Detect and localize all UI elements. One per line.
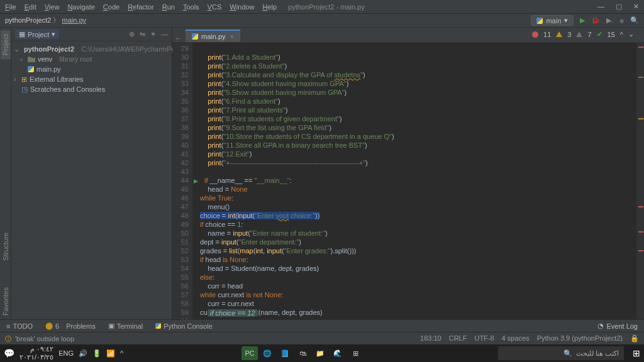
typo-icon: ✔ [597,30,602,38]
gutter[interactable]: 2930313233343536373839404142434445464748… [172,43,192,319]
app-explorer: 📁 [312,346,328,360]
collapse-icon[interactable]: ⇋ [140,30,145,38]
python-file-icon [28,66,34,72]
app-taskview: ⊞ [347,346,364,360]
line-sep[interactable]: CRLF [449,334,467,343]
weak-warning-icon [576,31,582,37]
interpreter[interactable]: Python 3.9 (pythonProject2) [537,334,623,343]
bottom-toolbar[interactable]: ≡TODO ⬤6 Problems ▣Terminal Python Conso… [0,319,644,332]
app-edge: 🌊 [330,346,346,360]
tab-prev-icon[interactable]: ← [175,35,182,42]
python-icon [536,18,543,24]
taskbar-search[interactable]: اكتب هنا للبحث🔍 [498,346,624,360]
navbar: pythonProject2 〉 main.py main ▾ ▶ 🐞 ▶. ■… [0,14,644,28]
run-config-selector[interactable]: main ▾ [531,15,574,26]
run-context-icon[interactable]: ▶. [606,16,613,25]
menu-edit[interactable]: Edit [25,3,36,11]
menu-vcs[interactable]: VCS [208,3,222,11]
app-word: 📘 [277,346,293,360]
code-area[interactable]: 2930313233343536373839404142434445464748… [172,43,644,319]
gear-icon[interactable]: ✶ [150,30,156,38]
tab-terminal: ▣Terminal [102,322,150,330]
main-menu[interactable]: FileEditViewNavigateCodeRefactorRunTools… [5,3,277,11]
menu-window[interactable]: Window [230,3,254,11]
app-store: 🛍 [294,346,311,360]
menu-run[interactable]: Run [162,3,175,11]
menu-refactor[interactable]: Refactor [128,3,154,11]
app-chrome: 🌐 [259,346,275,360]
source[interactable]: print("1.Add a Student") print("2.delete… [192,43,636,319]
start-icon[interactable]: ⊞ [633,348,640,358]
hide-icon[interactable]: — [161,30,168,38]
maximize-icon[interactable]: ▢ [616,3,622,11]
wifi-icon[interactable]: 📶 [106,349,115,358]
clock[interactable]: ٠٩:٤٢ م٢٠٢١/٠٣/٢٥ [19,345,53,361]
error-icon [532,31,538,38]
chevron-down-icon[interactable]: ⌄ [628,30,634,38]
editor: ← main.py × 11 3 7 ✔15 ^⌄ 29303132333435… [172,28,644,319]
run-icon[interactable]: ▶ [580,16,585,25]
status-message[interactable]: !'break' outside loop [5,335,74,343]
project-view-selector[interactable]: ▦ Project ▾ [15,30,59,39]
chevron-down-icon: ▾ [52,30,55,38]
rail-favorites[interactable]: Favorites [1,283,11,319]
project-panel: ▦ Project ▾ ⊕ ⇋ ✶ — ⌄pythonProject2 C:\U… [11,28,172,319]
libs-icon: ⊞ [21,74,27,84]
chevron-down-icon: ▾ [564,16,568,25]
menu-navigate[interactable]: Navigate [67,3,94,11]
tab-problems: ⬤6 Problems [39,322,102,330]
python-icon [192,33,198,40]
menu-code[interactable]: Code [103,3,119,11]
menu-file[interactable]: File [5,3,16,11]
folder-icon [28,56,35,62]
search-icon: 🔍 [564,349,572,358]
titlebar: FileEditViewNavigateCodeRefactorRunTools… [0,0,644,14]
menu-tools[interactable]: Tools [183,3,199,11]
scratches-icon: ◳ [21,84,28,94]
statusbar: !'break' outside loop 183:10 CRLF UTF-8 … [0,332,644,344]
encoding[interactable]: UTF-8 [474,334,494,343]
app-pycharm: PC [242,346,258,360]
window-controls[interactable]: — ▢ ✕ [597,3,639,11]
caret-position[interactable]: 183:10 [420,334,441,343]
error-stripe[interactable] [636,43,644,319]
tab-python-console: Python Console [149,322,219,330]
windows-taskbar[interactable]: 💬 ٠٩:٤٢ م٢٠٢١/٠٣/٢٥ ENG 🔊 🔋 📶 ^ PC 🌐 📘 🛍… [0,344,644,362]
minimize-icon[interactable]: — [597,3,604,11]
tab-todo: ≡TODO [0,322,39,330]
close-tab-icon[interactable]: × [230,33,234,40]
menu-help[interactable]: Help [262,3,277,11]
window-title: pythonProject2 - main.py [288,3,365,11]
search-icon[interactable]: 🔍 [630,16,639,25]
stop-icon[interactable]: ■ [619,17,624,25]
folded-region[interactable]: if choice == 12 [208,309,258,317]
lock-icon[interactable]: 🔒 [630,334,639,343]
battery-icon[interactable]: 🔋 [92,349,101,358]
notifications-icon[interactable]: 💬 [4,348,14,358]
debug-icon[interactable]: 🐞 [591,16,600,25]
taskbar-apps[interactable]: PC 🌐 📘 🛍 📁 🌊 ⊞ [242,346,364,360]
rail-structure[interactable]: Structure [1,229,11,265]
close-icon[interactable]: ✕ [633,3,639,11]
chevron-up-icon[interactable]: ^ [620,31,623,38]
chevron-up-icon[interactable]: ^ [120,349,123,357]
project-tree[interactable]: ⌄pythonProject2 C:\Users\HUAWEI\PycharmP… [11,41,172,97]
left-tool-rail[interactable]: Project Structure Favorites [0,28,11,319]
rail-project[interactable]: Project [1,30,11,59]
project-icon: ▦ [19,30,25,38]
lang-indicator[interactable]: ENG [58,349,74,357]
inspection-summary[interactable]: 11 3 7 ✔15 ^⌄ [532,30,634,38]
locate-icon[interactable]: ⊕ [129,30,135,38]
warning-icon [556,31,562,37]
event-log[interactable]: ◔Event Log [591,322,644,330]
editor-tab-main[interactable]: main.py × [186,30,240,42]
volume-icon[interactable]: 🔊 [79,349,87,358]
indent[interactable]: 4 spaces [502,334,530,343]
breadcrumb[interactable]: pythonProject2 〉 main.py [5,16,86,25]
menu-view[interactable]: View [45,3,60,11]
